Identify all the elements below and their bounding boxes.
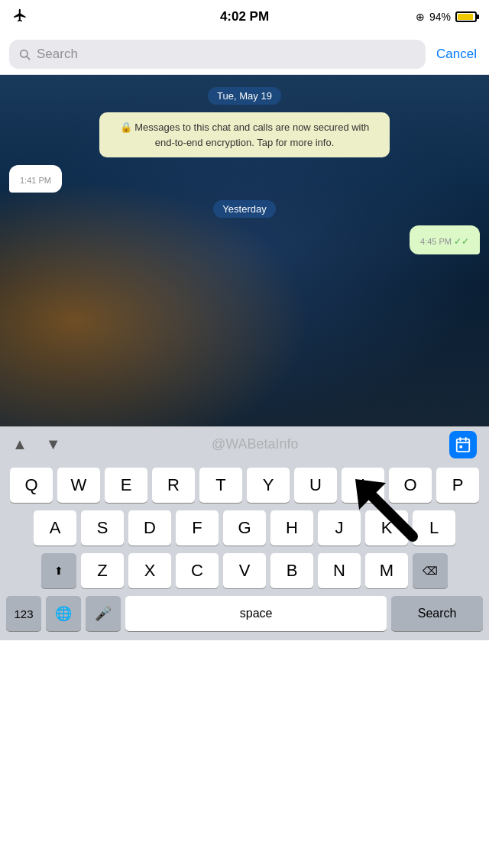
date-bubble-2: Yesterday [213, 200, 275, 218]
keyboard-toolbar: ▲ ▼ @WABetaInfo [0, 426, 489, 462]
keyboard-row-2: A S D F G H J K L [3, 510, 486, 546]
key-d[interactable]: D [128, 510, 171, 546]
backspace-key[interactable]: ⌫ [413, 553, 448, 588]
search-bar: Cancel [0, 34, 489, 75]
keyboard-row-3: ⬆ Z X C V B N M ⌫ [3, 553, 486, 588]
incoming-message-row: 1:41 PM [9, 165, 480, 193]
calendar-button[interactable] [449, 431, 477, 458]
key-h[interactable]: H [270, 510, 313, 546]
globe-key[interactable]: 🌐 [46, 596, 81, 631]
svg-line-1 [27, 57, 30, 60]
key-p[interactable]: P [436, 468, 479, 503]
status-bar: 4:02 PM ⊕ 94% [0, 0, 489, 34]
read-receipts: ✓✓ [454, 236, 469, 247]
battery-fill [458, 14, 473, 20]
microphone-key[interactable]: 🎤 [86, 596, 121, 631]
key-i[interactable]: I [342, 468, 384, 503]
key-t[interactable]: T [199, 468, 242, 503]
outgoing-time-text: 4:45 PM [420, 237, 452, 246]
status-right: ⊕ 94% [416, 11, 477, 23]
key-z[interactable]: Z [81, 553, 124, 588]
key-k[interactable]: K [365, 510, 408, 546]
key-s[interactable]: S [81, 510, 124, 546]
key-e[interactable]: E [105, 468, 147, 503]
watermark-text: @WABetaInfo [212, 436, 299, 452]
date-bubble-1: Tue, May 19 [208, 87, 281, 105]
numbers-key[interactable]: 123 [6, 596, 41, 631]
keyboard-row-1: Q W E R T Y U I O P [3, 468, 486, 503]
key-r[interactable]: R [152, 468, 195, 503]
outgoing-message-row: 4:45 PM ✓✓ [9, 225, 480, 254]
battery-percent: 94% [429, 11, 451, 23]
status-left [12, 8, 28, 26]
key-v[interactable]: V [223, 553, 266, 588]
keyboard-row-4: 123 🌐 🎤 space Search [3, 596, 486, 637]
battery-icon [455, 11, 477, 22]
outgoing-message-bubble: 4:45 PM ✓✓ [410, 225, 480, 254]
incoming-message-time: 1:41 PM [20, 176, 51, 185]
search-input-wrapper [9, 40, 426, 69]
key-c[interactable]: C [176, 553, 219, 588]
toolbar-arrows: ▲ ▼ [12, 436, 61, 453]
airplane-icon [12, 8, 28, 26]
key-y[interactable]: Y [247, 468, 290, 503]
system-message[interactable]: 🔒 Messages to this chat and calls are no… [99, 112, 390, 157]
key-j[interactable]: J [318, 510, 361, 546]
key-a[interactable]: A [34, 510, 76, 546]
key-f[interactable]: F [176, 510, 219, 546]
key-n[interactable]: N [318, 553, 361, 588]
cancel-button[interactable]: Cancel [433, 47, 480, 62]
key-b[interactable]: B [270, 553, 313, 588]
search-input[interactable] [37, 47, 416, 62]
key-x[interactable]: X [128, 553, 171, 588]
chat-area: Tue, May 19 🔒 Messages to this chat and … [0, 75, 489, 426]
calendar-icon [455, 436, 471, 453]
svg-rect-6 [459, 445, 462, 448]
svg-rect-2 [457, 439, 470, 452]
status-time: 4:02 PM [220, 9, 269, 24]
search-key[interactable]: Search [391, 596, 483, 631]
key-l[interactable]: L [413, 510, 455, 546]
key-o[interactable]: O [389, 468, 432, 503]
arrow-up-icon[interactable]: ▲ [12, 436, 28, 453]
search-icon [18, 48, 31, 60]
key-u[interactable]: U [294, 468, 337, 503]
shift-key[interactable]: ⬆ [41, 553, 76, 588]
key-g[interactable]: G [223, 510, 266, 546]
key-w[interactable]: W [57, 468, 100, 503]
key-m[interactable]: M [365, 553, 408, 588]
chat-content: Tue, May 19 🔒 Messages to this chat and … [9, 87, 480, 414]
arrow-down-icon[interactable]: ▼ [46, 436, 61, 453]
incoming-message-bubble: 1:41 PM [9, 165, 62, 193]
outgoing-message-time: 4:45 PM ✓✓ [420, 236, 469, 247]
key-q[interactable]: Q [10, 468, 53, 503]
keyboard: Q W E R T Y U I O P A S D F G H J K L ⬆ … [0, 462, 489, 640]
space-key[interactable]: space [125, 596, 387, 631]
orientation-lock-icon: ⊕ [416, 11, 425, 23]
